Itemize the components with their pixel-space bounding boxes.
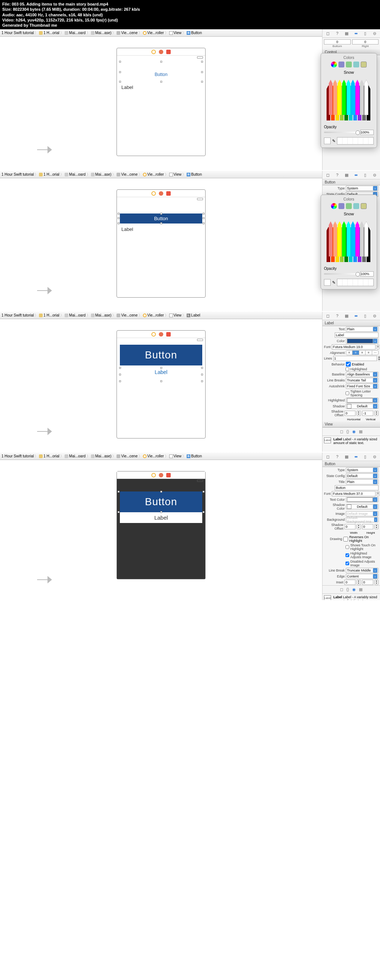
svg-marker-12 (338, 80, 342, 115)
device-canvas[interactable]: Button Label (117, 189, 206, 298)
device-canvas[interactable]: Button Label (117, 48, 206, 156)
spectrum-tab-icon (353, 62, 359, 67)
svg-marker-14 (346, 80, 350, 115)
file-info-header: File: 003 05. Adding items to the main s… (0, 0, 380, 29)
attributes-inspector-icon: ⬌ (353, 31, 358, 36)
label-element: Label (120, 512, 202, 523)
svg-marker-10 (329, 80, 332, 115)
colorwheel-tab-icon (331, 62, 337, 67)
palettes-tab-icon (346, 62, 352, 67)
svg-marker-34 (351, 221, 355, 256)
inspector-tabs[interactable]: ◻?▦⬌▯⊝ (323, 453, 380, 461)
svg-marker-37 (364, 221, 368, 256)
text-color-select[interactable]: ⌄ (346, 339, 378, 344)
type-select[interactable]: System⌄ (346, 186, 378, 191)
text-value-input[interactable] (335, 332, 378, 338)
title-input[interactable] (335, 485, 378, 490)
bottom-input[interactable] (324, 39, 351, 45)
color-swatches[interactable] (337, 137, 374, 145)
opacity-slider[interactable] (324, 132, 359, 133)
help-inspector-icon: ? (335, 31, 340, 36)
svg-marker-31 (338, 221, 342, 256)
inspector-tabs[interactable]: ◻?▦⬌▯⊝ (323, 312, 380, 320)
svg-marker-13 (342, 80, 346, 115)
svg-marker-15 (351, 80, 355, 115)
device-canvas[interactable]: Button Label (117, 330, 206, 439)
svg-marker-11 (333, 80, 337, 115)
arrow-icon (37, 426, 52, 437)
library-item[interactable]: Label Label Label - A variably sized amo… (323, 593, 380, 600)
file-inspector-icon: ◻ (326, 31, 331, 36)
svg-marker-36 (360, 221, 364, 256)
font-picker-button[interactable]: T (377, 344, 379, 350)
button-section-header: Button (323, 180, 380, 185)
identity-inspector-icon: ▦ (344, 31, 349, 36)
svg-marker-30 (333, 221, 337, 256)
opacity-input[interactable] (360, 130, 374, 135)
library-item[interactable]: Label Label Label - A variably sized amo… (323, 436, 380, 446)
size-inspector-icon: ▯ (362, 31, 368, 36)
breadcrumb[interactable]: 1 Hour Swift tutorial〉 1 H...orial〉 Mai.… (0, 453, 322, 460)
opacity-slider[interactable] (324, 273, 359, 275)
breadcrumb[interactable]: 1 Hour Swift tutorial〉 1 H...orial〉 Mai.… (0, 312, 322, 319)
button-element[interactable]: Button (118, 61, 204, 79)
crayon-picker[interactable] (323, 76, 375, 124)
connections-inspector-icon: ⊝ (372, 31, 377, 36)
enabled-checkbox[interactable] (346, 362, 351, 367)
lines-input[interactable] (333, 356, 377, 361)
svg-marker-16 (356, 80, 359, 115)
breadcrumb[interactable]: 1 Hour Swift tutorial〉 1 H...orial〉 Mai.… (0, 29, 322, 37)
svg-marker-17 (360, 80, 364, 115)
alignment-segmented[interactable]: ≡≡≡≡⋯ (346, 350, 378, 355)
library-tabs[interactable]: ◻{}◉▦ (323, 427, 380, 436)
right-input[interactable] (352, 39, 379, 45)
inspector-tabs[interactable]: ◻?▦⬌▯⊝ (323, 171, 380, 180)
breadcrumb[interactable]: 1 Hour Swift tutorial〉 1 H...orial〉 Mai.… (0, 171, 322, 178)
svg-marker-32 (342, 221, 346, 256)
eyedropper-icon[interactable]: ✎ (332, 138, 335, 143)
color-picker-popup[interactable]: Colors Snow Opacity ✎ (321, 194, 377, 290)
font-input[interactable] (332, 344, 375, 350)
current-color-well[interactable] (324, 137, 331, 144)
svg-marker-35 (356, 221, 359, 256)
button-element[interactable]: Button (120, 492, 202, 512)
inspector-tabs[interactable]: ◻?▦⬌▯⊝ (323, 29, 380, 38)
arrow-icon (37, 285, 52, 296)
svg-marker-18 (364, 80, 368, 115)
svg-marker-33 (346, 221, 350, 256)
crayons-tab-icon (361, 62, 367, 67)
color-picker-popup[interactable]: Colors Snow Opacity ✎ (321, 53, 377, 148)
device-canvas[interactable]: Button Label (117, 471, 206, 579)
arrow-icon (37, 574, 52, 585)
eyedropper-icon[interactable]: ✎ (332, 280, 335, 285)
library-tabs[interactable]: ◻{}◉▦ (323, 585, 380, 593)
highlighted-checkbox[interactable] (345, 368, 349, 371)
label-element: Label (118, 83, 204, 92)
crayon-picker[interactable] (323, 218, 375, 266)
label-element: Label (118, 225, 204, 234)
text-type-select[interactable]: Plain⌄ (346, 326, 378, 332)
arrow-icon (37, 144, 52, 155)
sliders-tab-icon (338, 62, 344, 67)
button-element[interactable]: Button (120, 213, 202, 223)
svg-marker-29 (329, 221, 332, 256)
button-element[interactable]: Button (120, 345, 202, 366)
